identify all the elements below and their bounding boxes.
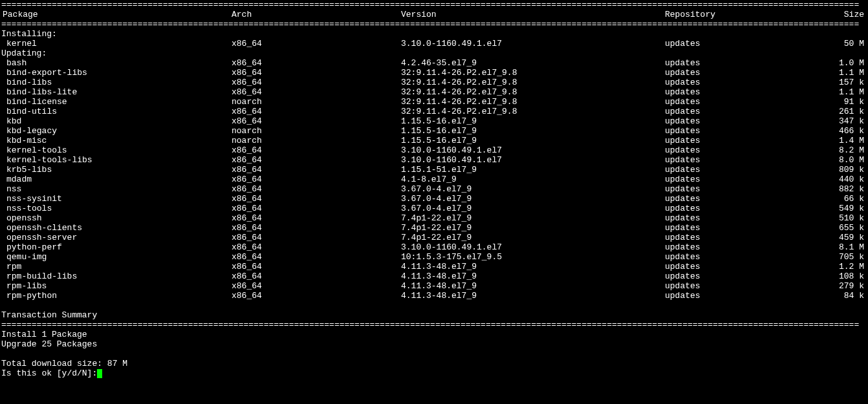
table-row: rpmx86_644.11.3-48.el7_9updates1.2 M xyxy=(1,262,867,271)
header-row: Package Arch Version Repository Size xyxy=(1,10,867,19)
cell-arch: x86_64 xyxy=(232,204,401,213)
rule-top: ========================================… xyxy=(1,0,867,10)
table-row: kernel-tools-libsx86_643.10.0-1160.49.1.… xyxy=(1,155,867,165)
cell-size: 157 k xyxy=(819,78,867,87)
summary-upgrade: Upgrade 25 Packages xyxy=(1,339,867,349)
section-transaction-summary: Transaction Summary xyxy=(1,310,867,320)
cell-size: 440 k xyxy=(819,175,867,184)
cell-arch: x86_64 xyxy=(232,271,401,281)
cell-version: 1.15.5-16.el7_9 xyxy=(401,126,665,136)
table-row: kernel-toolsx86_643.10.0-1160.49.1.el7up… xyxy=(1,145,867,155)
cursor-icon xyxy=(97,369,102,378)
cell-repo: updates xyxy=(665,78,819,87)
cell-arch: x86_64 xyxy=(232,116,401,126)
cell-version: 32:9.11.4-26.P2.el7_9.8 xyxy=(401,97,665,107)
table-row: bind-libs-litex86_6432:9.11.4-26.P2.el7_… xyxy=(1,87,867,97)
cell-repo: updates xyxy=(665,175,819,184)
cell-arch: noarch xyxy=(232,136,401,145)
cell-version: 1.15.5-16.el7_9 xyxy=(401,136,665,145)
cell-version: 4.1-8.el7_9 xyxy=(401,175,665,184)
table-row: kbd-legacynoarch1.15.5-16.el7_9updates46… xyxy=(1,126,867,136)
cell-arch: x86_64 xyxy=(232,145,401,155)
cell-arch: x86_64 xyxy=(232,252,401,262)
cell-size: 466 k xyxy=(819,126,867,136)
cell-package: kernel xyxy=(1,39,232,48)
cell-version: 1.15.5-16.el7_9 xyxy=(401,116,665,126)
cell-version: 1.15.1-51.el7_9 xyxy=(401,165,665,175)
cell-version: 7.4p1-22.el7_9 xyxy=(401,213,665,223)
cell-arch: x86_64 xyxy=(232,68,401,78)
cell-arch: x86_64 xyxy=(232,155,401,165)
summary-install: Install 1 Package xyxy=(1,330,867,339)
cell-size: 279 k xyxy=(819,281,867,291)
cell-size: 91 k xyxy=(819,97,867,107)
cell-arch: x86_64 xyxy=(232,291,401,301)
rule-header-bottom: ========================================… xyxy=(1,19,867,29)
cell-version: 32:9.11.4-26.P2.el7_9.8 xyxy=(401,78,665,87)
cell-size: 261 k xyxy=(819,107,867,116)
rule-summary: ========================================… xyxy=(1,320,867,330)
cell-arch: x86_64 xyxy=(232,165,401,175)
cell-package: rpm-build-libs xyxy=(1,271,232,281)
cell-package: qemu-img xyxy=(1,252,232,262)
table-row: bind-licensenoarch32:9.11.4-26.P2.el7_9.… xyxy=(1,97,867,107)
cell-package: kernel-tools-libs xyxy=(1,155,232,165)
cell-package: rpm-libs xyxy=(1,281,232,291)
cell-repo: updates xyxy=(665,271,819,281)
cell-size: 809 k xyxy=(819,165,867,175)
cell-size: 1.0 M xyxy=(819,58,867,68)
cell-version: 4.11.3-48.el7_9 xyxy=(401,291,665,301)
cell-size: 84 k xyxy=(819,291,867,301)
cell-arch: noarch xyxy=(232,97,401,107)
cell-version: 7.4p1-22.el7_9 xyxy=(401,223,665,233)
cell-repo: updates xyxy=(665,252,819,262)
cell-arch: x86_64 xyxy=(232,78,401,87)
table-row: bind-export-libsx86_6432:9.11.4-26.P2.el… xyxy=(1,68,867,78)
cell-repo: updates xyxy=(665,233,819,242)
prompt-text: Is this ok [y/d/N]: xyxy=(1,368,97,378)
cell-package: kbd-legacy xyxy=(1,126,232,136)
cell-version: 4.11.3-48.el7_9 xyxy=(401,271,665,281)
cell-package: bind-license xyxy=(1,97,232,107)
blank-line xyxy=(1,301,867,310)
cell-version: 3.67.0-4.el7_9 xyxy=(401,184,665,194)
cell-size: 8.1 M xyxy=(819,242,867,252)
cell-size: 66 k xyxy=(819,194,867,204)
cell-arch: x86_64 xyxy=(232,175,401,184)
cell-version: 3.10.0-1160.49.1.el7 xyxy=(401,155,665,165)
cell-repo: updates xyxy=(665,87,819,97)
cell-arch: x86_64 xyxy=(232,58,401,68)
table-row: python-perfx86_643.10.0-1160.49.1.el7upd… xyxy=(1,242,867,252)
cell-repo: updates xyxy=(665,136,819,145)
cell-package: bind-libs xyxy=(1,78,232,87)
cell-repo: updates xyxy=(665,116,819,126)
table-row: nss-toolsx86_643.67.0-4.el7_9updates549 … xyxy=(1,204,867,213)
cell-version: 3.67.0-4.el7_9 xyxy=(401,194,665,204)
cell-version: 3.67.0-4.el7_9 xyxy=(401,204,665,213)
cell-repo: updates xyxy=(665,262,819,271)
cell-repo: updates xyxy=(665,204,819,213)
summary-download: Total download size: 87 M xyxy=(1,359,867,368)
table-row: rpm-libsx86_644.11.3-48.el7_9updates279 … xyxy=(1,281,867,291)
cell-package: python-perf xyxy=(1,242,232,252)
cell-package: bind-export-libs xyxy=(1,68,232,78)
cell-size: 1.2 M xyxy=(819,262,867,271)
prompt-line[interactable]: Is this ok [y/d/N]: xyxy=(1,368,867,378)
cell-repo: updates xyxy=(665,107,819,116)
cell-size: 50 M xyxy=(819,39,867,48)
cell-size: 882 k xyxy=(819,184,867,194)
cell-size: 549 k xyxy=(819,204,867,213)
cell-size: 705 k xyxy=(819,252,867,262)
cell-repo: updates xyxy=(665,145,819,155)
cell-arch: x86_64 xyxy=(232,242,401,252)
cell-arch: x86_64 xyxy=(232,184,401,194)
cell-version: 32:9.11.4-26.P2.el7_9.8 xyxy=(401,68,665,78)
cell-repo: updates xyxy=(665,184,819,194)
cell-package: rpm xyxy=(1,262,232,271)
cell-arch: x86_64 xyxy=(232,223,401,233)
cell-package: bash xyxy=(1,58,232,68)
cell-repo: updates xyxy=(665,126,819,136)
table-row: qemu-imgx86_6410:1.5.3-175.el7_9.5update… xyxy=(1,252,867,262)
section-installing: Installing: xyxy=(1,29,867,39)
cell-package: openssh-server xyxy=(1,233,232,242)
